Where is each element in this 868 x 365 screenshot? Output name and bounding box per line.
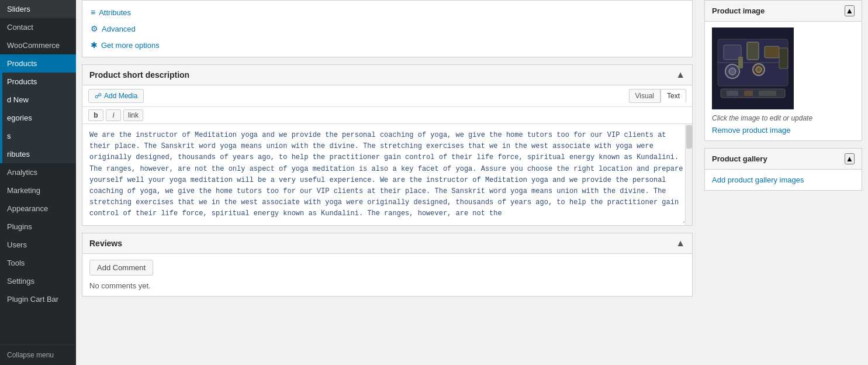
sidebar-item-analytics[interactable]: Analytics <box>0 163 76 181</box>
collapse-menu-button[interactable]: Collapse menu <box>0 345 76 365</box>
add-media-label: Add Media <box>104 92 137 100</box>
product-gallery-header[interactable]: Product gallery ▲ <box>705 149 862 170</box>
product-image-header[interactable]: Product image ▲ <box>705 1 862 22</box>
add-media-icon: ☍ <box>95 92 102 100</box>
product-image-title: Product image <box>712 6 765 15</box>
svg-rect-10 <box>727 91 738 96</box>
sidebar-item-settings[interactable]: Settings <box>0 272 76 290</box>
sidebar-item-marketing[interactable]: Marketing <box>0 181 76 199</box>
sidebar-item-contact[interactable]: Contact <box>0 18 76 36</box>
options-icon: ✱ <box>91 40 98 50</box>
sidebar: Sliders Contact WooCommerce Products Pro… <box>0 0 76 365</box>
product-image-wrapper[interactable] <box>712 27 855 109</box>
short-description-toggle[interactable]: ▲ <box>676 70 685 80</box>
main-content: ≡ Attributes ⚙ Advanced ✱ Get more optio… <box>76 0 698 365</box>
sidebar-item-categories[interactable]: egories <box>0 109 76 127</box>
svg-point-6 <box>729 68 736 75</box>
sidebar-item-woocommerce[interactable]: WooCommerce <box>0 36 76 54</box>
format-toolbar: b i link <box>82 107 692 124</box>
sidebar-item-new[interactable]: d New <box>0 91 76 109</box>
get-more-options-label: Get more options <box>101 41 160 50</box>
editor-toolbar: ☍ Add Media Visual Text <box>82 85 692 107</box>
editor-scrollbar[interactable] <box>685 124 692 225</box>
bold-button[interactable]: b <box>88 109 103 121</box>
product-gallery-box: Product gallery ▲ Add product gallery im… <box>704 148 862 191</box>
svg-rect-14 <box>738 57 743 68</box>
attributes-icon: ≡ <box>91 8 95 17</box>
svg-rect-4 <box>765 46 779 58</box>
attributes-label: Attributes <box>99 8 131 17</box>
sidebar-item-products-sub[interactable]: Products <box>0 73 76 91</box>
add-gallery-link[interactable]: Add product gallery images <box>712 175 804 184</box>
advanced-label: Advanced <box>102 25 136 33</box>
short-description-textarea[interactable]: We are the instructor of Meditation yoga… <box>82 124 692 223</box>
right-sidebar: Product image ▲ <box>698 0 868 365</box>
svg-point-8 <box>756 67 762 73</box>
sidebar-item-sliders[interactable]: Sliders <box>0 0 76 18</box>
product-gallery-content: Add product gallery images <box>705 170 862 190</box>
italic-button[interactable]: i <box>106 109 121 121</box>
sidebar-item-plugin-cart-bar[interactable]: Plugin Cart Bar <box>0 290 76 308</box>
short-description-box: Product short description ▲ ☍ Add Media … <box>82 64 693 226</box>
product-gallery-title: Product gallery <box>712 154 767 163</box>
sidebar-item-tools[interactable]: Tools <box>0 254 76 272</box>
gear-icon: ⚙ <box>91 24 98 33</box>
sidebar-item-attributes[interactable]: ributes <box>0 145 76 163</box>
sidebar-item-appearance[interactable]: Appearance <box>0 199 76 218</box>
short-description-header[interactable]: Product short description ▲ <box>82 65 692 85</box>
svg-rect-12 <box>759 91 776 96</box>
editor-tabs: Visual Text <box>629 89 686 103</box>
product-image-hint: Click the image to edit or update <box>712 114 855 122</box>
short-description-title: Product short description <box>89 70 189 80</box>
svg-rect-15 <box>779 48 788 68</box>
reviews-content: Add Comment No comments yet. <box>82 254 692 296</box>
editor-content-area: We are the instructor of Meditation yoga… <box>82 124 692 225</box>
attributes-link[interactable]: ≡ Attributes <box>82 4 692 20</box>
sidebar-item-users[interactable]: Users <box>0 236 76 254</box>
product-image-toggle[interactable]: ▲ <box>845 5 855 16</box>
sidebar-item-is[interactable]: s <box>0 127 76 145</box>
svg-rect-3 <box>747 42 759 60</box>
product-image-content: Click the image to edit or update Remove… <box>705 22 862 140</box>
meta-links-box: ≡ Attributes ⚙ Advanced ✱ Get more optio… <box>82 0 693 57</box>
editor-resize-handle[interactable]: ⌟ <box>677 217 685 225</box>
svg-rect-11 <box>744 91 753 96</box>
reviews-title: Reviews <box>89 239 122 248</box>
no-comments-text: No comments yet. <box>89 281 685 290</box>
get-more-options-link[interactable]: ✱ Get more options <box>82 37 692 53</box>
product-gallery-toggle[interactable]: ▲ <box>845 153 855 164</box>
product-image-svg <box>712 27 794 109</box>
text-tab[interactable]: Text <box>660 89 686 103</box>
add-media-button[interactable]: ☍ Add Media <box>88 89 144 103</box>
sidebar-item-products[interactable]: Products <box>0 54 76 73</box>
reviews-toggle[interactable]: ▲ <box>676 238 685 249</box>
scrollbar-thumb <box>686 125 692 149</box>
remove-product-image-link[interactable]: Remove product image <box>712 126 790 135</box>
reviews-box: Reviews ▲ Add Comment No comments yet. <box>82 233 693 297</box>
product-image-box: Product image ▲ <box>704 0 862 141</box>
link-button[interactable]: link <box>123 109 143 121</box>
reviews-header[interactable]: Reviews ▲ <box>82 233 692 254</box>
visual-tab[interactable]: Visual <box>629 89 660 103</box>
sidebar-item-plugins[interactable]: Plugins <box>0 218 76 236</box>
add-comment-button[interactable]: Add Comment <box>89 260 153 276</box>
advanced-link[interactable]: ⚙ Advanced <box>82 20 692 37</box>
